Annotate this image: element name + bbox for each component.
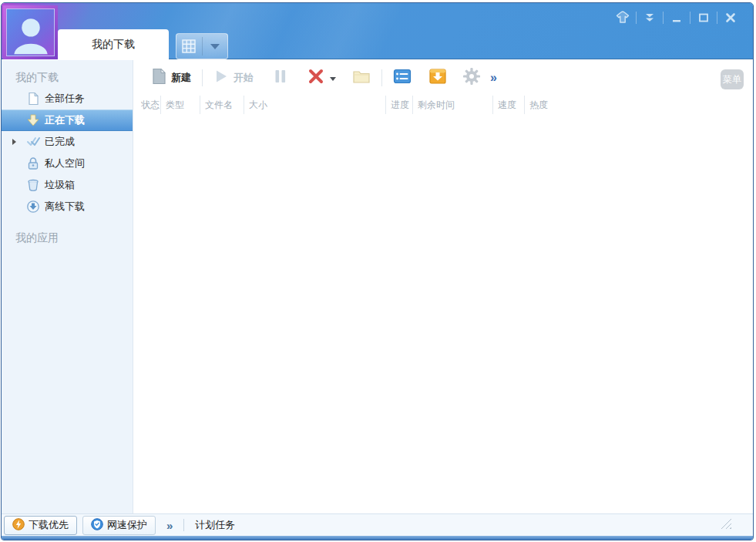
collapse-double-chevron-icon[interactable]: [638, 9, 661, 26]
new-task-label: 新建: [171, 71, 191, 85]
tab-label: 我的下载: [92, 38, 135, 52]
scheduled-tasks-button[interactable]: 计划任务: [195, 518, 235, 532]
task-panel-icon: [393, 69, 412, 87]
sidebar-item-label: 私人空间: [45, 157, 85, 169]
column-type[interactable]: 类型: [160, 96, 184, 114]
settings-gear-icon: [462, 67, 481, 89]
sidebar-section-my-apps: 我的应用: [15, 228, 133, 247]
start-play-icon: [213, 69, 229, 87]
close-icon[interactable]: [719, 9, 742, 26]
column-status[interactable]: 状态: [136, 96, 160, 114]
menu-ghost-button[interactable]: 菜单: [721, 69, 744, 89]
sidebar-item-label: 已完成: [45, 136, 75, 147]
column-progress[interactable]: 进度: [385, 96, 409, 114]
minimize-icon[interactable]: [665, 9, 688, 26]
column-filename[interactable]: 文件名: [200, 96, 233, 114]
folder-icon: [352, 69, 371, 87]
sidebar-item-all-tasks[interactable]: 全部任务: [2, 88, 133, 109]
offline-download-icon: [26, 200, 40, 214]
pause-icon: [274, 69, 287, 87]
lock-icon: [26, 157, 40, 170]
sidebar-item-label: 全部任务: [45, 93, 85, 104]
download-priority-label: 下载优先: [29, 518, 69, 532]
titlebar: 我的下载: [2, 3, 753, 59]
sidebar-item-label: 正在下载: [45, 114, 85, 126]
new-task-button[interactable]: 新建: [146, 65, 196, 91]
download-arrow-icon: [26, 113, 40, 127]
tab-my-downloads[interactable]: 我的下载: [58, 29, 169, 59]
content-area: 新建 开始: [134, 60, 753, 513]
statusbar-divider: [183, 519, 184, 531]
sidebar-item-label: 离线下载: [45, 200, 85, 212]
speed-protect-button[interactable]: 网速保护: [82, 516, 156, 535]
window-bottom-edge: [2, 536, 753, 540]
column-size[interactable]: 大小: [244, 96, 267, 114]
desktop-background: 我的下载: [0, 0, 756, 542]
pause-button[interactable]: [269, 66, 292, 90]
start-label: 开始: [234, 71, 254, 85]
statusbar-more-button[interactable]: »: [166, 519, 173, 532]
task-list-area: [134, 114, 753, 513]
sidebar-item-private-space[interactable]: 私人空间: [2, 153, 133, 174]
tab-switcher-button[interactable]: [176, 33, 228, 59]
download-box-button[interactable]: [424, 65, 452, 91]
resize-grip[interactable]: [720, 518, 731, 529]
app-window: 我的下载: [1, 2, 754, 540]
shield-icon: [91, 518, 103, 533]
delete-x-icon: [307, 69, 324, 87]
list-column-header: 状态 类型 文件名 大小 进度 剩余时间 速度 热度: [134, 96, 753, 114]
speed-protect-label: 网速保护: [107, 518, 147, 532]
sidebar-item-completed[interactable]: 已完成: [2, 131, 133, 153]
download-box-icon: [428, 68, 447, 88]
grid-tabs-icon[interactable]: [176, 34, 202, 59]
task-panel-button[interactable]: [388, 66, 416, 90]
sidebar-item-downloading[interactable]: 正在下载: [2, 109, 133, 131]
window-controls: [611, 8, 742, 27]
column-heat[interactable]: 热度: [524, 96, 548, 114]
delete-button[interactable]: [303, 66, 341, 90]
open-folder-button[interactable]: [348, 66, 375, 90]
delete-caret-icon[interactable]: [329, 71, 337, 85]
sidebar-item-trash[interactable]: 垃圾箱: [2, 174, 133, 196]
document-icon: [26, 92, 40, 106]
dropdown-caret-icon[interactable]: [203, 34, 228, 59]
toolbar: 新建 开始: [134, 63, 753, 93]
start-button[interactable]: 开始: [209, 66, 258, 90]
expand-triangle-icon[interactable]: [12, 139, 16, 145]
new-document-icon: [151, 68, 166, 88]
toolbar-more-button[interactable]: »: [486, 71, 502, 85]
maximize-icon[interactable]: [692, 9, 715, 26]
sidebar-item-offline-download[interactable]: 离线下载: [2, 196, 133, 217]
lightning-icon: [12, 518, 25, 533]
trash-icon: [26, 178, 40, 192]
skin-shirt-icon[interactable]: [611, 9, 634, 26]
user-avatar-icon: [6, 8, 55, 56]
download-priority-button[interactable]: 下载优先: [4, 516, 77, 535]
main-area: 我的下载 全部任务: [2, 60, 753, 513]
double-check-icon: [26, 135, 40, 149]
user-avatar[interactable]: [3, 5, 58, 59]
column-remaining[interactable]: 剩余时间: [412, 96, 455, 114]
sidebar-section-my-downloads: 我的下载: [15, 68, 133, 86]
statusbar: 下载优先 网速保护 » 计划任务: [2, 513, 753, 536]
sidebar-item-label: 垃圾箱: [45, 179, 75, 190]
sidebar: 我的下载 全部任务: [2, 60, 133, 513]
settings-button[interactable]: [458, 64, 486, 92]
column-speed[interactable]: 速度: [492, 96, 516, 114]
